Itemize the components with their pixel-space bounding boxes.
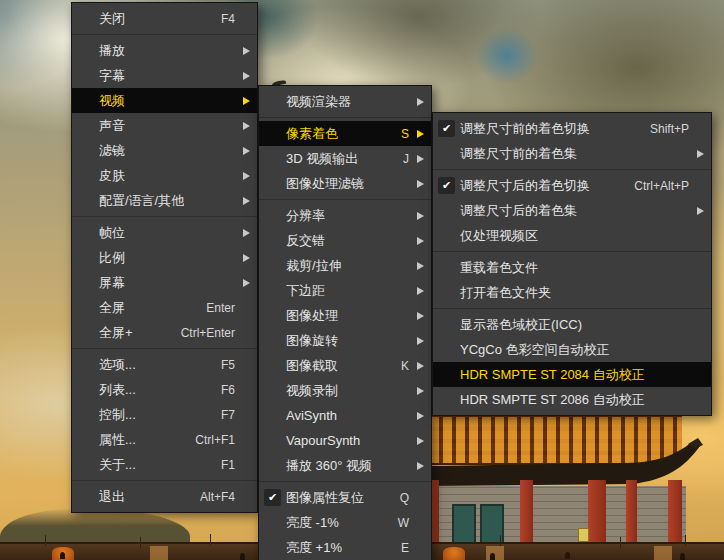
menu-item-control[interactable]: 控制...F7	[72, 402, 257, 427]
menu-item-label: 亮度 -1%	[286, 514, 339, 532]
submenu-video: 视频渲染器像素着色S3D 视频输出J图像处理滤镜分辨率反交错裁剪/拉伸下边距图像…	[258, 85, 432, 560]
menu-item-pixel-shaders[interactable]: 像素着色S	[259, 121, 431, 146]
submenu-arrow-icon	[413, 278, 424, 303]
menu-item-vapoursynth[interactable]: VapourSynth	[259, 428, 431, 453]
menu-item-label: YCgCo 色彩空间自动校正	[460, 341, 610, 359]
menu-item-pre-resize-shader-toggle[interactable]: ✔调整尺寸前的着色切换Shift+P	[433, 116, 711, 141]
menu-item-label: 仅处理视频区	[460, 227, 538, 245]
menu-item-label: 图像处理	[286, 307, 338, 325]
menu-item-screen[interactable]: 屏幕	[72, 270, 257, 295]
menu-item-3d-video-output[interactable]: 3D 视频输出J	[259, 146, 431, 171]
menu-separator	[433, 251, 711, 252]
menu-item-label: 配置/语言/其他	[99, 192, 184, 210]
menu-item-hdr-smpte-st-2086-auto-correction[interactable]: HDR SMPTE ST 2086 自动校正	[433, 387, 711, 412]
menu-item-playlist[interactable]: 列表...F6	[72, 377, 257, 402]
menu-item-config-language-other[interactable]: 配置/语言/其他	[72, 188, 257, 213]
menu-item-label: 关闭	[99, 10, 125, 28]
menu-item-label: 控制...	[99, 406, 136, 424]
menu-item-options[interactable]: 选项...F5	[72, 352, 257, 377]
menu-item-exit[interactable]: 退出Alt+F4	[72, 484, 257, 509]
menu-item-ycgco-colorspace-auto-correction[interactable]: YCgCo 色彩空间自动校正	[433, 337, 711, 362]
menu-item-reload-shader-files[interactable]: 重载着色文件	[433, 255, 711, 280]
submenu-arrow-icon	[239, 245, 250, 270]
context-menu-main: 关闭F4播放字幕视频声音滤镜皮肤配置/语言/其他帧位比例屏幕全屏Enter全屏+…	[71, 2, 258, 513]
menu-item-subtitles[interactable]: 字幕	[72, 63, 257, 88]
menu-item-post-resize-shader-set[interactable]: 调整尺寸后的着色集	[433, 198, 711, 223]
menu-item-skins[interactable]: 皮肤	[72, 163, 257, 188]
menu-item-play[interactable]: 播放	[72, 38, 257, 63]
checkmark-box: ✔	[438, 177, 455, 194]
submenu-arrow-icon	[413, 146, 424, 171]
menu-item-label: 图像处理滤镜	[286, 175, 364, 193]
menu-item-label: 视频	[99, 92, 125, 110]
menu-item-display-gamut-correction-icc[interactable]: 显示器色域校正(ICC)	[433, 312, 711, 337]
menu-item-play-360-video[interactable]: 播放 360° 视频	[259, 453, 431, 478]
shortcut-label: J	[395, 152, 413, 166]
menu-item-label: 重载着色文件	[460, 259, 538, 277]
menu-item-about[interactable]: 关于...F1	[72, 452, 257, 477]
temple-building	[430, 410, 724, 560]
shortcut-label: F1	[213, 458, 239, 472]
menu-item-image-processing-filters[interactable]: 图像处理滤镜	[259, 171, 431, 196]
menu-item-pre-resize-shader-set[interactable]: 调整尺寸前的着色集	[433, 141, 711, 166]
menu-item-video-renderer[interactable]: 视频渲染器	[259, 89, 431, 114]
shortcut-label: Ctrl+Alt+P	[626, 179, 693, 193]
menu-item-post-resize-shader-toggle[interactable]: ✔调整尺寸后的着色切换Ctrl+Alt+P	[433, 173, 711, 198]
arrow-spacer	[693, 255, 704, 280]
menu-item-audio[interactable]: 声音	[72, 113, 257, 138]
temple-column	[588, 480, 606, 546]
menu-item-image-capture[interactable]: 图像截取K	[259, 353, 431, 378]
submenu-arrow-icon	[239, 220, 250, 245]
menu-item-video-recording[interactable]: 视频录制	[259, 378, 431, 403]
menu-item-label: HDR SMPTE ST 2084 自动校正	[460, 366, 645, 384]
menu-item-filters[interactable]: 滤镜	[72, 138, 257, 163]
submenu-arrow-icon	[239, 138, 250, 163]
menu-item-avisynth[interactable]: AviSynth	[259, 403, 431, 428]
menu-item-image-rotation[interactable]: 图像旋转	[259, 328, 431, 353]
menu-item-open-shader-folder[interactable]: 打开着色文件夹	[433, 280, 711, 305]
menu-separator	[259, 481, 431, 482]
arrow-spacer	[413, 485, 424, 510]
menu-item-hdr-smpte-st-2084-auto-correction[interactable]: HDR SMPTE ST 2084 自动校正	[433, 362, 711, 387]
submenu-arrow-icon	[413, 353, 424, 378]
checkmark-icon: ✔	[433, 177, 460, 194]
arrow-spacer	[239, 6, 250, 31]
menu-item-image-processing[interactable]: 图像处理	[259, 303, 431, 328]
menu-item-label: 选项...	[99, 356, 136, 374]
arrow-spacer	[239, 402, 250, 427]
shortcut-label: Q	[392, 491, 413, 505]
shortcut-label: F7	[213, 408, 239, 422]
submenu-arrow-icon	[413, 453, 424, 478]
menu-item-crop-stretch[interactable]: 裁剪/拉伸	[259, 253, 431, 278]
temple-column	[520, 480, 533, 546]
menu-item-frame-step[interactable]: 帧位	[72, 220, 257, 245]
menu-item-label: 调整尺寸前的着色集	[460, 145, 577, 163]
menu-item-properties[interactable]: 属性...Ctrl+F1	[72, 427, 257, 452]
menu-item-fullscreen-plus[interactable]: 全屏+Ctrl+Enter	[72, 320, 257, 345]
menu-item-brightness-minus-1[interactable]: 亮度 -1%W	[259, 510, 431, 535]
menu-item-fullscreen[interactable]: 全屏Enter	[72, 295, 257, 320]
menu-item-aspect-ratio[interactable]: 比例	[72, 245, 257, 270]
submenu-arrow-icon	[413, 428, 424, 453]
checkmark-icon: ✔	[259, 489, 286, 506]
menu-item-brightness-plus-1[interactable]: 亮度 +1%E	[259, 535, 431, 560]
menu-item-process-video-area-only[interactable]: 仅处理视频区	[433, 223, 711, 248]
menu-item-label: 列表...	[99, 381, 136, 399]
menu-item-label: 声音	[99, 117, 125, 135]
temple-sign	[578, 528, 589, 542]
menu-item-label: AviSynth	[286, 408, 337, 423]
menu-item-label: 滤镜	[99, 142, 125, 160]
submenu-arrow-icon	[413, 378, 424, 403]
temple-column	[668, 480, 682, 546]
arrow-spacer	[239, 295, 250, 320]
menu-item-label: VapourSynth	[286, 433, 360, 448]
menu-item-close[interactable]: 关闭F4	[72, 6, 257, 31]
menu-item-bottom-margin[interactable]: 下边距	[259, 278, 431, 303]
menu-item-resolution[interactable]: 分辨率	[259, 203, 431, 228]
submenu-arrow-icon	[413, 121, 424, 146]
menu-item-video[interactable]: 视频	[72, 88, 257, 113]
menu-item-reset-image-properties[interactable]: ✔图像属性复位Q	[259, 485, 431, 510]
shortcut-label: Alt+F4	[192, 490, 239, 504]
menu-item-label: 播放 360° 视频	[286, 457, 372, 475]
menu-item-deinterlace[interactable]: 反交错	[259, 228, 431, 253]
